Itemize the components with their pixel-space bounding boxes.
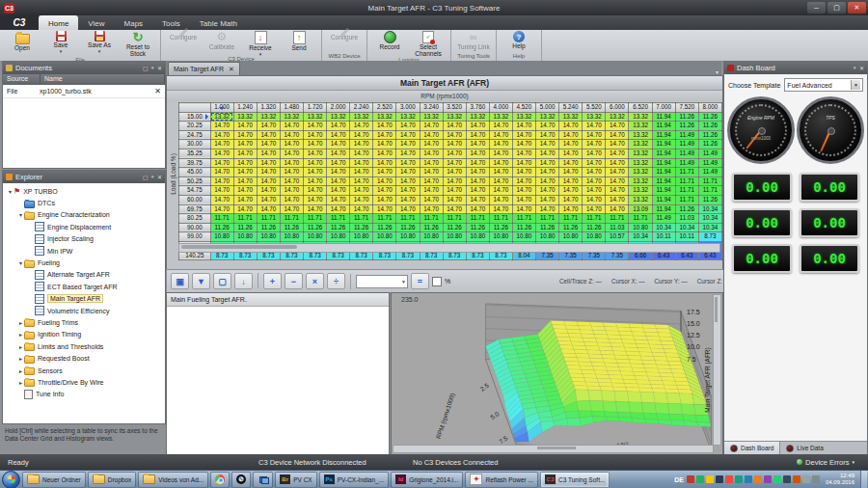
table-cell[interactable]: 14.70 — [210, 140, 233, 149]
dash-tab-dash-board[interactable]: Dash Board — [724, 442, 780, 454]
table-cell[interactable]: 13.32 — [629, 112, 652, 122]
table-cell[interactable]: 14.70 — [396, 130, 420, 140]
table-cell[interactable]: 13.32 — [629, 149, 652, 158]
clock[interactable]: 12:49 04.09.2016 — [823, 473, 857, 486]
tree-item-injector-scaling[interactable]: Injector Scaling — [3, 233, 165, 245]
template-select[interactable]: Fuel Advanced ▼ — [784, 78, 863, 92]
table-cell[interactable]: 11.71 — [443, 214, 466, 224]
table-cell[interactable]: 14.70 — [512, 168, 535, 177]
table-cell[interactable]: 14.70 — [466, 158, 489, 168]
digital-display-1[interactable]: 0.00 — [732, 173, 792, 202]
table-cell[interactable]: 14.70 — [606, 149, 629, 158]
table-cell[interactable]: 11.71 — [280, 214, 303, 224]
load-row-header[interactable]: 80.25 — [179, 214, 211, 224]
table-cell[interactable]: 14.70 — [443, 195, 466, 204]
table-cell[interactable]: 14.70 — [303, 176, 326, 186]
table-cell[interactable]: 10.34 — [629, 232, 652, 242]
tray-icon[interactable] — [745, 475, 752, 483]
tree-item-sensors[interactable]: ▸Sensors — [3, 365, 165, 376]
multiply-button[interactable]: × — [306, 273, 324, 289]
table-cell[interactable]: 14.70 — [280, 195, 303, 204]
table-cell[interactable]: 11.94 — [652, 158, 675, 168]
tray-icon[interactable] — [687, 475, 694, 483]
rpm-column-header[interactable]: 8.000 — [698, 103, 721, 113]
table-cell[interactable]: 11.26 — [396, 223, 420, 232]
table-cell[interactable]: 14.70 — [420, 204, 443, 214]
table-cell[interactable]: 10.34 — [698, 214, 721, 224]
table-cell[interactable]: 11.26 — [698, 130, 721, 140]
table-cell[interactable]: 10.80 — [443, 232, 466, 242]
tray-icon[interactable] — [793, 475, 800, 483]
load-row-header[interactable]: 90.00 — [179, 223, 211, 232]
tab-close-icon[interactable]: ✕ — [229, 66, 234, 73]
table-cell[interactable]: 14.70 — [583, 122, 606, 131]
combo-arrow-icon[interactable]: ▼ — [401, 279, 407, 285]
save-as-button[interactable]: Save As▾ — [80, 30, 119, 53]
rpm-column-header[interactable]: 7.520 — [675, 103, 698, 113]
source-column-header[interactable]: Source — [3, 74, 41, 85]
select-channels-button[interactable]: ✓Select Channels — [409, 30, 448, 57]
rpm-column-header[interactable]: 1.000 — [210, 103, 233, 113]
table-cell[interactable]: 13.32 — [420, 112, 443, 122]
table-cell[interactable]: 11.71 — [466, 214, 489, 224]
table-cell[interactable]: 14.70 — [466, 149, 489, 158]
table-cell[interactable]: 14.70 — [606, 158, 629, 168]
table-cell[interactable]: 11.26 — [327, 223, 350, 232]
value-combo[interactable]: ▼ — [356, 275, 408, 288]
table-cell[interactable]: 14.70 — [559, 122, 583, 131]
table-cell[interactable]: 14.70 — [489, 149, 512, 158]
ribbon-tab-maps[interactable]: Maps — [115, 15, 153, 30]
table-cell[interactable]: 14.70 — [512, 195, 535, 204]
tree-item-ect-based-target-afr[interactable]: ECT Based Target AFR — [3, 281, 165, 292]
table-cell[interactable]: 14.70 — [327, 176, 350, 186]
expanded-arrow-icon[interactable]: ▾ — [17, 211, 24, 218]
taskbar-item-grigione-2014-i[interactable]: IdGrigione_2014.i... — [391, 472, 463, 488]
table-cell[interactable]: 14.70 — [559, 140, 583, 149]
table-cell[interactable]: 11.26 — [466, 223, 489, 232]
table-cell[interactable]: 14.70 — [536, 176, 559, 186]
table-cell[interactable]: 14.70 — [420, 130, 443, 140]
table-cell[interactable]: 10.80 — [280, 232, 303, 242]
table-cell[interactable]: 14.70 — [583, 149, 606, 158]
minimize-button[interactable]: ─ — [807, 2, 826, 14]
table-cell[interactable]: 14.70 — [210, 168, 233, 177]
table-cell[interactable]: 14.70 — [233, 176, 257, 186]
table-cell[interactable]: 13.32 — [629, 195, 652, 204]
table-cell[interactable]: 11.71 — [675, 186, 698, 196]
plot-vertical-scrollbar[interactable] — [713, 294, 721, 446]
table-cell[interactable]: 14.70 — [210, 158, 233, 168]
table-cell[interactable]: 13.32 — [443, 112, 466, 122]
table-cell[interactable]: 14.70 — [327, 130, 350, 140]
table-cell[interactable]: 10.80 — [373, 232, 396, 242]
rpm-column-header[interactable]: 2.240 — [350, 103, 373, 113]
table-cell[interactable]: 11.26 — [210, 223, 233, 232]
rpm-column-header[interactable]: 4.000 — [489, 103, 512, 113]
black-disc-taskbar-icon[interactable]: ⊘ — [231, 472, 251, 488]
ribbon-tab-view[interactable]: View — [78, 15, 114, 30]
show-desktop-button[interactable] — [860, 471, 867, 488]
table-cell[interactable]: 14.70 — [420, 149, 443, 158]
table-cell[interactable]: 14.70 — [559, 176, 583, 186]
table-cell[interactable]: 14.70 — [280, 204, 303, 214]
table-cell[interactable]: 11.71 — [373, 214, 396, 224]
collapsed-arrow-icon[interactable]: ▸ — [17, 319, 24, 326]
table-cell[interactable]: 14.70 — [373, 140, 396, 149]
table-cell[interactable]: 11.71 — [675, 176, 698, 186]
table-cell[interactable]: 14.70 — [559, 158, 583, 168]
table-cell[interactable]: 11.94 — [652, 176, 675, 186]
table-cell[interactable]: 14.70 — [606, 204, 629, 214]
tree-item-min-ipw[interactable]: Min IPW — [3, 245, 165, 257]
table-cell[interactable]: 11.49 — [698, 158, 721, 168]
table-cell[interactable]: 11.71 — [698, 186, 721, 196]
table-cell[interactable]: 13.32 — [559, 112, 583, 122]
rpm-column-header[interactable]: 6.520 — [629, 103, 652, 113]
table-cell[interactable]: 13.32 — [210, 112, 233, 122]
table-cell[interactable]: 14.70 — [303, 140, 326, 149]
taskbar-item-videos-von-ad[interactable]: Videos von Ad... — [138, 472, 208, 488]
table-cell[interactable]: 14.70 — [233, 168, 257, 177]
digital-display-5[interactable]: 0.00 — [732, 244, 792, 273]
load-row-header[interactable]: 35.25 — [179, 149, 211, 158]
table-cell[interactable]: 14.70 — [559, 168, 583, 177]
table-cell[interactable]: 14.70 — [489, 158, 512, 168]
table-cell[interactable]: 14.70 — [396, 176, 420, 186]
